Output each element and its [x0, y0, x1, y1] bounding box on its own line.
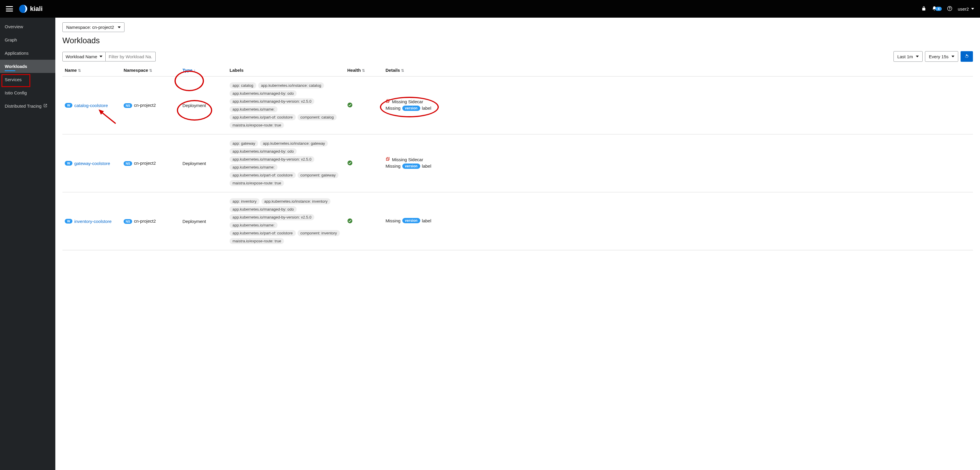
nav-label: Applications [5, 51, 29, 56]
svg-point-2 [950, 9, 950, 10]
label-chip: app.kubernetes.io/managed-by: odo [229, 90, 297, 97]
namespace-text: cn-project2 [134, 160, 156, 165]
list-toolbar: Workload Name Last 1m Every 15s [62, 51, 973, 62]
col-label: Labels [229, 68, 244, 73]
caret-down-icon [99, 56, 102, 57]
topbar-right: 4 user2 [921, 6, 974, 12]
topbar: kiali 4 user2 [0, 0, 980, 17]
label-chip: app: catalog [229, 83, 256, 89]
nav-label: Overview [5, 24, 23, 29]
label-chip: app.kubernetes.io/part-of: coolstore [229, 172, 296, 178]
table-row: W gateway-coolstore NScn-project2Deploym… [62, 134, 973, 192]
time-range-label: Last 1m [897, 54, 913, 59]
refresh-icon [964, 54, 969, 59]
sidebar-item-overview[interactable]: Overview [0, 20, 55, 33]
caret-down-icon [916, 56, 919, 57]
brand-name: kiali [30, 5, 43, 13]
brand-logo[interactable]: kiali [19, 5, 43, 13]
version-chip: version [402, 106, 420, 111]
nav-label: Graph [5, 37, 17, 42]
workload-badge-icon: W [65, 219, 72, 224]
user-menu[interactable]: user2 [958, 6, 974, 11]
table-row: W inventory-coolstore NScn-project2Deplo… [62, 192, 973, 250]
label-chip: app.kubernetes.io/managed-by-version: v2… [229, 214, 314, 220]
col-header-namespace[interactable]: Namespace⇅ [121, 64, 180, 76]
workloads-table: Name⇅ Namespace⇅ Type↑ Labels Health⇅ De… [62, 64, 973, 250]
label-chip: app.kubernetes.io/name: [229, 222, 277, 228]
svg-rect-4 [387, 100, 389, 102]
svg-rect-7 [387, 158, 389, 160]
namespace-badge-icon: NS [124, 219, 132, 224]
sidebar-item-workloads[interactable]: Workloads [0, 60, 55, 73]
namespace-badge-icon: NS [124, 161, 132, 166]
nav-label: Distributed Tracing [5, 103, 41, 108]
main-content: Namespace: cn-project2 Workloads Workloa… [55, 17, 980, 470]
sidebar-item-graph[interactable]: Graph [0, 33, 55, 46]
type-cell: Deployment [180, 76, 227, 134]
label-chip: app.kubernetes.io/name: [229, 106, 277, 112]
health-ok-icon [347, 162, 353, 167]
col-label: Name [65, 68, 77, 73]
version-chip: version [402, 218, 420, 223]
nav-label: Istio Config [5, 90, 27, 95]
missing-sidecar-text: Missing Sidecar [392, 157, 423, 162]
time-range-select[interactable]: Last 1m [894, 51, 923, 62]
hamburger-menu-icon[interactable] [6, 6, 13, 11]
label-chip: app.kubernetes.io/managed-by-version: v2… [229, 156, 314, 162]
table-row: W catalog-coolstore NScn-project2Deploym… [62, 76, 973, 134]
label-chip: app.kubernetes.io/part-of: coolstore [229, 230, 296, 236]
sidebar-item-istio-config[interactable]: Istio Config [0, 86, 55, 99]
label-chip: app.kubernetes.io/instance: inventory [261, 198, 331, 205]
refresh-button[interactable] [961, 51, 973, 62]
col-header-type[interactable]: Type↑ [180, 64, 227, 76]
workload-link[interactable]: inventory-coolstore [74, 219, 111, 224]
missing-label-prefix: Missing [385, 218, 401, 223]
filter-type-dropdown[interactable]: Workload Name [62, 52, 106, 62]
workload-badge-icon: W [65, 161, 72, 165]
label-chip: maistra.io/expose-route: true [229, 180, 284, 186]
version-chip: version [402, 164, 420, 169]
help-icon[interactable] [947, 6, 952, 12]
col-label: Health [347, 68, 361, 73]
filter-input[interactable] [106, 52, 156, 62]
workload-badge-icon: W [65, 103, 72, 108]
type-cell: Deployment [180, 134, 227, 192]
namespace-selector[interactable]: Namespace: cn-project2 [62, 22, 124, 32]
sidebar-item-services[interactable]: Services [0, 73, 55, 86]
label-chip: component: catalog [298, 114, 337, 120]
refresh-interval-label: Every 15s [929, 54, 948, 59]
namespace-selector-label: Namespace: cn-project2 [66, 25, 114, 30]
missing-label-suffix: label [422, 218, 431, 223]
workload-link[interactable]: gateway-coolstore [74, 161, 110, 166]
notifications-button[interactable]: 4 [932, 6, 942, 12]
workload-link[interactable]: catalog-coolstore [74, 103, 108, 108]
col-header-labels[interactable]: Labels [227, 64, 345, 76]
sidebar-item-applications[interactable]: Applications [0, 46, 55, 60]
filter-type-label: Workload Name [66, 54, 97, 59]
label-chip: component: inventory [298, 230, 340, 236]
health-ok-icon [347, 219, 353, 224]
nav-label: Workloads [5, 64, 27, 69]
svg-rect-8 [387, 157, 389, 160]
type-cell: Deployment [180, 192, 227, 250]
missing-label-suffix: label [422, 106, 431, 111]
missing-label-suffix: label [422, 164, 431, 168]
external-link-icon [43, 103, 48, 108]
page-title: Workloads [62, 36, 973, 45]
refresh-interval-select[interactable]: Every 15s [925, 51, 958, 62]
namespace-text: cn-project2 [134, 219, 156, 224]
col-label: Details [385, 68, 400, 73]
caret-down-icon [951, 56, 955, 57]
col-header-name[interactable]: Name⇅ [62, 64, 121, 76]
namespace-badge-icon: NS [124, 103, 132, 108]
label-chip: app.kubernetes.io/managed-by: odo [229, 148, 297, 154]
label-chip: app: gateway [229, 140, 258, 146]
col-header-details[interactable]: Details⇅ [383, 64, 973, 76]
label-chip: app.kubernetes.io/managed-by: odo [229, 206, 297, 212]
svg-rect-5 [387, 99, 389, 102]
label-chip: app.kubernetes.io/instance: gateway [260, 140, 328, 146]
sidebar-item-distributed-tracing[interactable]: Distributed Tracing [0, 99, 55, 113]
label-chip: app.kubernetes.io/name: [229, 164, 277, 170]
lock-icon[interactable] [921, 6, 926, 12]
col-header-health[interactable]: Health⇅ [345, 64, 383, 76]
